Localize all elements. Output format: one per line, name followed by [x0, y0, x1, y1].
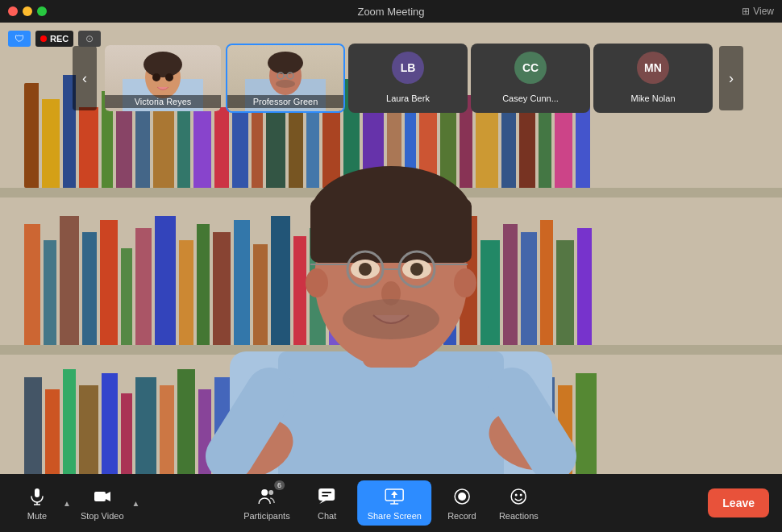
camera-badge[interactable]: ⊙: [78, 31, 101, 47]
book: [45, 389, 60, 482]
video-caret[interactable]: ▲: [132, 499, 140, 508]
participants-button[interactable]: 6 Participants: [237, 482, 296, 524]
book: [121, 393, 132, 482]
book: [63, 369, 76, 482]
svg-rect-37: [94, 492, 106, 501]
book: [102, 373, 118, 482]
svg-rect-43: [322, 492, 332, 493]
mike-avatar: MN: [637, 52, 669, 84]
stop-video-button[interactable]: Stop Video: [74, 482, 131, 524]
view-button[interactable]: ⊞ View: [742, 6, 774, 17]
svg-marker-38: [106, 492, 110, 501]
camera-icon: [91, 485, 114, 508]
chat-icon: [316, 485, 339, 508]
reactions-button[interactable]: + Reactions: [493, 482, 545, 524]
casey-name: Casey Cunn...: [499, 92, 562, 105]
window-controls: [8, 6, 47, 16]
svg-rect-6: [310, 198, 472, 263]
grid-icon: ⊞: [742, 6, 750, 17]
main-content: 🛡 REC ⊙ ‹: [0, 23, 782, 497]
camera-icon: ⊙: [85, 33, 94, 44]
shield-badge: 🛡: [8, 31, 31, 47]
svg-marker-42: [320, 501, 327, 504]
svg-marker-48: [391, 491, 397, 498]
record-button[interactable]: Record: [438, 482, 486, 524]
svg-point-8: [454, 268, 476, 297]
svg-rect-41: [319, 488, 335, 501]
book: [24, 83, 39, 188]
svg-point-16: [359, 263, 372, 276]
laura-name: Laura Berk: [383, 92, 433, 105]
thumbnail-strip: ‹ Victoria Reyes: [73, 31, 782, 126]
toolbar-left: Mute ▲ Stop Video ▲: [13, 482, 139, 524]
professor-name: Professor Green: [227, 95, 343, 108]
svg-point-50: [458, 493, 466, 501]
thumbnail-list: Victoria Reyes Professor Green: [97, 44, 719, 113]
reactions-icon: +: [507, 485, 530, 508]
book: [44, 240, 56, 345]
rec-badge[interactable]: REC: [35, 31, 73, 47]
svg-point-29: [268, 52, 303, 74]
book: [79, 385, 98, 482]
book: [121, 248, 132, 345]
svg-point-19: [343, 299, 439, 339]
casey-avatar: CC: [514, 52, 547, 84]
shield-icon: 🛡: [15, 33, 24, 44]
rec-indicator: [40, 35, 47, 42]
svg-point-26: [165, 73, 173, 81]
stop-video-group: Stop Video ▲: [74, 482, 140, 524]
laura-avatar: LB: [392, 52, 424, 84]
svg-point-17: [410, 263, 423, 276]
svg-rect-34: [35, 488, 40, 497]
minimize-btn[interactable]: [23, 6, 32, 16]
next-thumbnail-button[interactable]: ›: [719, 46, 743, 110]
svg-point-25: [152, 73, 160, 81]
rec-label: REC: [50, 34, 69, 44]
mute-caret[interactable]: ▲: [63, 499, 71, 508]
stop-video-label: Stop Video: [81, 511, 124, 521]
mute-group: Mute ▲: [13, 482, 71, 524]
svg-point-39: [261, 489, 268, 496]
book: [82, 232, 97, 345]
status-badges: 🛡 REC ⊙: [8, 31, 101, 47]
share-screen-label: Share Screen: [368, 511, 422, 521]
title-bar: Zoom Meeting ⊞ View: [0, 0, 782, 23]
thumbnail-casey[interactable]: CC Casey Cunn...: [471, 44, 590, 113]
participant-count-badge: 6: [274, 480, 285, 490]
book: [60, 216, 79, 345]
book: [24, 377, 42, 482]
bottom-toolbar: Mute ▲ Stop Video ▲: [0, 474, 782, 532]
reactions-label: Reactions: [499, 511, 539, 521]
toolbar-center: 6 Participants Chat: [237, 480, 545, 526]
thumbnail-laura[interactable]: LB Laura Berk: [348, 44, 468, 113]
share-screen-icon: [383, 485, 406, 508]
window-title: Zoom Meeting: [357, 6, 424, 18]
svg-text:+: +: [522, 489, 526, 495]
chat-button[interactable]: Chat: [303, 482, 351, 524]
participants-label: Participants: [243, 511, 289, 521]
mike-name: Mike Nolan: [627, 92, 678, 105]
thumbnail-victoria[interactable]: Victoria Reyes: [103, 44, 223, 113]
svg-point-52: [515, 494, 518, 497]
prev-thumbnail-button[interactable]: ‹: [73, 46, 97, 110]
thumbnail-professor[interactable]: Professor Green: [226, 44, 345, 113]
share-screen-button[interactable]: Share Screen: [358, 480, 431, 526]
svg-rect-44: [322, 495, 329, 497]
mute-label: Mute: [27, 511, 47, 521]
mute-button[interactable]: Mute: [13, 482, 61, 524]
svg-point-33: [276, 80, 295, 88]
victoria-name: Victoria Reyes: [105, 95, 221, 108]
view-label: View: [753, 6, 774, 17]
maximize-btn[interactable]: [37, 6, 47, 16]
book: [42, 99, 60, 188]
participants-icon: 6: [256, 485, 278, 508]
close-btn[interactable]: [8, 6, 18, 16]
chat-label: Chat: [318, 511, 336, 521]
svg-point-7: [306, 268, 328, 297]
thumbnail-mike[interactable]: MN Mike Nolan: [593, 44, 713, 113]
toolbar-right: Leave: [708, 488, 769, 517]
book: [100, 220, 118, 345]
svg-point-24: [144, 52, 182, 77]
leave-button[interactable]: Leave: [708, 488, 769, 517]
microphone-icon: [26, 485, 48, 508]
